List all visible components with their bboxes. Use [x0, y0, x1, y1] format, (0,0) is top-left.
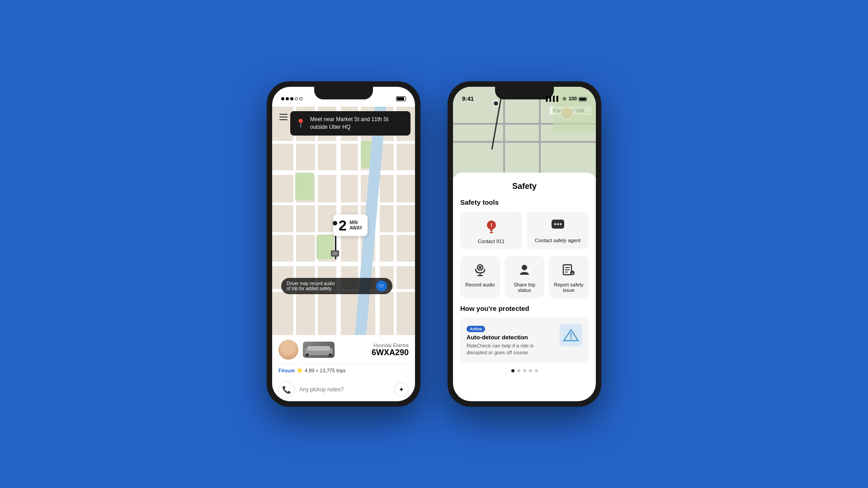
safety-panel: Safety Safety tools ! [453, 173, 596, 381]
car-model: Hyundai Elantra [339, 343, 409, 348]
car-image [303, 342, 335, 358]
bottom-bar[interactable]: 📞 ✦ [272, 378, 415, 401]
chat-icon [551, 219, 565, 234]
svg-point-22 [571, 338, 572, 340]
driver-details: Hyundai Elantra 6WXA290 [339, 343, 409, 357]
tools-section-label: Safety tools [460, 198, 589, 206]
signal-dot-4 [295, 97, 298, 100]
hamburger-button[interactable] [277, 111, 290, 123]
pickup-text: Meet near Market St and 11th St outside … [310, 116, 388, 131]
rating-star: ⭐ [297, 367, 303, 373]
protection-card[interactable]: Active Auto-detour detection RideCheck c… [460, 318, 589, 363]
page-dot-4 [529, 369, 532, 372]
driver-rating: 4.89 [305, 368, 314, 373]
phone1-content: 📍 Meet near Market St and 11th St outsid… [272, 107, 415, 401]
driver-face [278, 340, 298, 360]
shield-badge: 🛡 [376, 281, 387, 291]
driver-name: Fitsum [278, 368, 295, 373]
tools-grid-bottom: Record audio Share trip st [460, 256, 589, 298]
report-icon: ✓ [562, 263, 576, 278]
pickup-line1: Meet near Market St and 11th St [310, 116, 388, 123]
signal-dot-1 [281, 97, 284, 100]
share-status-label: Share trip status [509, 282, 540, 293]
active-badge: Active [467, 326, 485, 332]
pickup-notes-input[interactable] [299, 386, 390, 393]
svg-point-9 [479, 266, 481, 269]
time-display: 9:41 [462, 95, 474, 102]
svg-text:✓: ✓ [571, 272, 574, 276]
driver-avatar [278, 340, 298, 360]
battery-text: 100 [569, 96, 587, 101]
record-audio-label: Record audio [465, 282, 495, 287]
min-label: MIN AWAY [349, 220, 363, 230]
pin-icon: 📍 [296, 118, 306, 128]
minutes-badge: 2 MIN AWAY [333, 214, 368, 236]
pickup-banner: 📍 Meet near Market St and 11th St outsid… [290, 111, 410, 136]
pagination-dots [460, 369, 589, 372]
protection-section: How you're protected Active Auto-detour … [460, 305, 589, 363]
phones-container: 📍 Meet near Market St and 11th St outsid… [267, 81, 601, 407]
page-dot-2 [517, 369, 520, 372]
map-area-1: 📍 Meet near Market St and 11th St outsid… [272, 107, 415, 335]
phone2-content: Paradise Vali... Safety Safety tools [453, 87, 596, 381]
page-dot-5 [535, 369, 538, 372]
street-v2 [315, 107, 318, 335]
call-button[interactable]: 📞 [278, 381, 295, 398]
protection-title: Auto-detour detection [467, 334, 554, 341]
notch-1 [314, 87, 373, 99]
driver-row: Hyundai Elantra 6WXA290 [278, 340, 409, 360]
ride-info-bar: Hyundai Elantra 6WXA290 Fitsum ⭐ 4.89 • … [272, 335, 415, 378]
audio-icon [474, 263, 486, 278]
wheel-r [329, 353, 332, 357]
report-issue-button[interactable]: ✓ Report safety issue [549, 256, 589, 298]
svg-text:!: ! [491, 222, 492, 229]
svg-point-12 [522, 265, 527, 270]
protection-desc: RideCheck can help if a ride is disrupte… [467, 343, 554, 357]
status-bar-2: 9:41 ▌▌▌▌ ⊛ 100 [453, 87, 596, 107]
svg-point-5 [554, 223, 556, 225]
brightness-button[interactable]: ✦ [394, 382, 409, 397]
svg-marker-3 [489, 231, 494, 233]
hamburger-line [279, 114, 288, 115]
street-v6 [394, 107, 396, 335]
driver-stats: Fitsum ⭐ 4.89 • 13,775 trips [278, 363, 409, 373]
map-road-h2 [453, 141, 596, 143]
wheel-l [306, 353, 309, 357]
share-icon [518, 263, 531, 278]
report-issue-label: Report safety issue [553, 282, 584, 293]
street-v1 [293, 107, 296, 335]
share-status-button[interactable]: Share trip status [505, 256, 544, 298]
svg-point-6 [557, 223, 559, 225]
page-dot-3 [523, 369, 526, 372]
signal-dot-2 [286, 97, 289, 100]
tools-grid-top: ! Contact 911 [460, 211, 589, 249]
car-top [307, 346, 330, 351]
trip-count-val: 13,775 trips [320, 368, 345, 373]
svg-point-7 [560, 223, 561, 225]
audio-banner: Driver may record audio of trip for adde… [281, 278, 392, 294]
svg-rect-2 [490, 230, 493, 231]
contact-agent-label: Contact safety agent [535, 238, 580, 243]
hamburger-line [279, 117, 288, 117]
wifi-icon: ⊛ [562, 96, 566, 102]
safety-title: Safety [460, 182, 589, 191]
destination-dot [333, 221, 337, 225]
page-dot-1 [511, 369, 514, 372]
contact-agent-button[interactable]: Contact safety agent [527, 211, 589, 249]
record-audio-button[interactable]: Record audio [460, 256, 500, 298]
signal-dot-3 [290, 97, 293, 100]
emergency-icon: ! [484, 219, 499, 235]
battery-indicator-1 [396, 96, 406, 102]
status-icons-right: ▌▌▌▌ ⊛ 100 [546, 96, 587, 102]
map-warning-icon [560, 324, 582, 347]
contact-911-button[interactable]: ! Contact 911 [460, 211, 522, 249]
car-icon [332, 252, 338, 255]
protection-text: Active Auto-detour detection RideCheck c… [467, 324, 554, 357]
audio-text: Driver may record audio of trip for adde… [287, 281, 335, 291]
contact-911-label: Contact 911 [478, 239, 505, 244]
phone-1: 📍 Meet near Market St and 11th St outsid… [267, 81, 420, 407]
phone-2: 9:41 ▌▌▌▌ ⊛ 100 [448, 81, 601, 407]
trip-count: • [316, 368, 318, 373]
license-plate: 6WXA290 [339, 348, 409, 357]
signal-dots [281, 97, 302, 100]
